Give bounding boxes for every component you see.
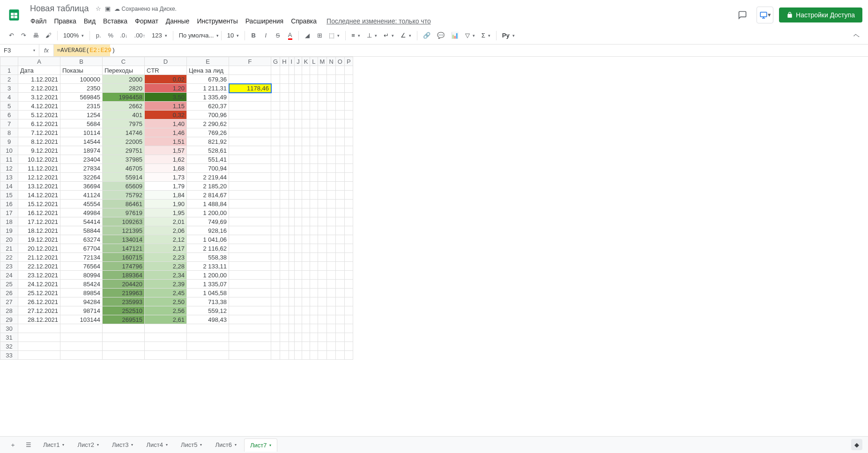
- cell-P9[interactable]: [344, 137, 353, 146]
- row-header-14[interactable]: 14: [0, 182, 18, 191]
- cell-L3[interactable]: [310, 84, 318, 93]
- cell-D24[interactable]: 2,34: [145, 271, 187, 280]
- cell-M30[interactable]: [318, 324, 327, 333]
- cell-F15[interactable]: [229, 191, 271, 200]
- cell-B26[interactable]: 89854: [60, 289, 103, 297]
- cell-A28[interactable]: 27.12.2021: [18, 306, 60, 315]
- cell-H3[interactable]: [280, 84, 289, 93]
- cell-B20[interactable]: 63274: [60, 235, 103, 244]
- cell-G19[interactable]: [271, 226, 280, 235]
- cell-L32[interactable]: [310, 342, 318, 351]
- cell-B25[interactable]: 85424: [60, 280, 103, 289]
- undo-button[interactable]: ↶: [6, 30, 17, 42]
- cell-E23[interactable]: 2 133,11: [187, 262, 229, 271]
- cell-E28[interactable]: 559,12: [187, 306, 229, 315]
- col-header-D[interactable]: D: [145, 57, 187, 66]
- cell-J33[interactable]: [295, 351, 302, 360]
- cell-J10[interactable]: [295, 146, 302, 155]
- cell-B32[interactable]: [60, 342, 103, 351]
- cell-L24[interactable]: [310, 271, 318, 280]
- cell-K31[interactable]: [302, 333, 310, 342]
- cell-B23[interactable]: 76564: [60, 262, 103, 271]
- cell-H30[interactable]: [280, 324, 289, 333]
- cell-O21[interactable]: [335, 244, 344, 253]
- cell-G33[interactable]: [271, 351, 280, 360]
- cell-H2[interactable]: [280, 75, 289, 84]
- cell-G18[interactable]: [271, 217, 280, 226]
- cell-P6[interactable]: [344, 111, 353, 119]
- cell-C4[interactable]: 1994458: [103, 93, 145, 102]
- cell-D22[interactable]: 2,23: [145, 253, 187, 262]
- cell-K22[interactable]: [302, 253, 310, 262]
- cell-C15[interactable]: 75792: [103, 191, 145, 200]
- row-header-6[interactable]: 6: [0, 111, 18, 119]
- row-header-10[interactable]: 10: [0, 146, 18, 155]
- borders-button[interactable]: ⊞: [314, 30, 325, 42]
- col-header-F[interactable]: F: [229, 57, 271, 66]
- cell-G28[interactable]: [271, 306, 280, 315]
- cell-J1[interactable]: [295, 66, 302, 75]
- cell-D11[interactable]: 1,62: [145, 155, 187, 164]
- cell-N2[interactable]: [327, 75, 335, 84]
- cell-K2[interactable]: [302, 75, 310, 84]
- cell-B15[interactable]: 41124: [60, 191, 103, 200]
- cell-L27[interactable]: [310, 297, 318, 306]
- cell-E17[interactable]: 1 200,00: [187, 208, 229, 217]
- cell-B4[interactable]: 569845: [60, 93, 103, 102]
- cell-F24[interactable]: [229, 271, 271, 280]
- cell-M19[interactable]: [318, 226, 327, 235]
- cell-F13[interactable]: [229, 173, 271, 182]
- row-header-24[interactable]: 24: [0, 271, 18, 280]
- cell-C30[interactable]: [103, 324, 145, 333]
- cell-H31[interactable]: [280, 333, 289, 342]
- cell-P15[interactable]: [344, 191, 353, 200]
- cell-C13[interactable]: 55914: [103, 173, 145, 182]
- cell-H26[interactable]: [280, 289, 289, 297]
- cell-K20[interactable]: [302, 235, 310, 244]
- cell-L4[interactable]: [310, 93, 318, 102]
- cell-N20[interactable]: [327, 235, 335, 244]
- cell-F6[interactable]: [229, 111, 271, 119]
- cell-N33[interactable]: [327, 351, 335, 360]
- cell-G13[interactable]: [271, 173, 280, 182]
- cell-A31[interactable]: [18, 333, 60, 342]
- strikethrough-button[interactable]: S: [272, 30, 283, 42]
- cell-L15[interactable]: [310, 191, 318, 200]
- cell-K5[interactable]: [302, 102, 310, 111]
- cell-A29[interactable]: 28.12.2021: [18, 315, 60, 324]
- cell-O2[interactable]: [335, 75, 344, 84]
- collapse-toolbar-button[interactable]: ヘ: [851, 30, 862, 42]
- cell-P19[interactable]: [344, 226, 353, 235]
- col-header-C[interactable]: C: [103, 57, 145, 66]
- redo-button[interactable]: ↷: [18, 30, 29, 42]
- cell-F23[interactable]: [229, 262, 271, 271]
- cell-D17[interactable]: 1,95: [145, 208, 187, 217]
- cell-O27[interactable]: [335, 297, 344, 306]
- cell-O16[interactable]: [335, 200, 344, 208]
- cell-O20[interactable]: [335, 235, 344, 244]
- cell-N6[interactable]: [327, 111, 335, 119]
- cell-F17[interactable]: [229, 208, 271, 217]
- cell-K21[interactable]: [302, 244, 310, 253]
- cell-E21[interactable]: 2 116,62: [187, 244, 229, 253]
- cell-B29[interactable]: 103144: [60, 315, 103, 324]
- cell-I32[interactable]: [289, 342, 295, 351]
- cell-K23[interactable]: [302, 262, 310, 271]
- cell-H28[interactable]: [280, 306, 289, 315]
- cell-K7[interactable]: [302, 119, 310, 128]
- cell-D4[interactable]: 3,50: [145, 93, 187, 102]
- cell-E31[interactable]: [187, 333, 229, 342]
- cell-F32[interactable]: [229, 342, 271, 351]
- cell-K16[interactable]: [302, 200, 310, 208]
- cell-F2[interactable]: [229, 75, 271, 84]
- zoom-dropdown[interactable]: 100%: [60, 30, 87, 41]
- cell-P14[interactable]: [344, 182, 353, 191]
- cell-B5[interactable]: 2315: [60, 102, 103, 111]
- cell-N17[interactable]: [327, 208, 335, 217]
- cell-K3[interactable]: [302, 84, 310, 93]
- cell-C33[interactable]: [103, 351, 145, 360]
- cell-J13[interactable]: [295, 173, 302, 182]
- present-icon[interactable]: ▾: [757, 7, 773, 23]
- cell-A24[interactable]: 23.12.2021: [18, 271, 60, 280]
- cell-H18[interactable]: [280, 217, 289, 226]
